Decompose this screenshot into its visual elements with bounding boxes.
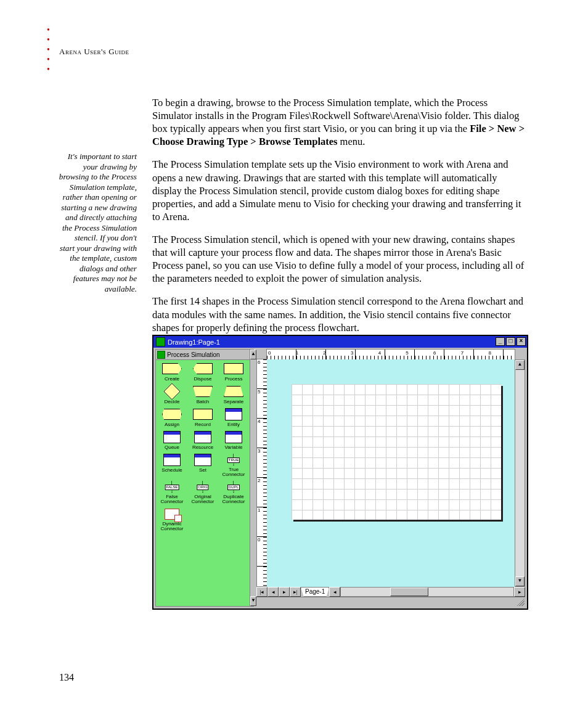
shape-icon xyxy=(193,431,213,443)
ruler-tick-label: 0 xyxy=(267,350,295,356)
shape-icon xyxy=(162,431,182,443)
prev-page-button[interactable]: ◂ xyxy=(267,587,279,597)
ruler-tick-label: 8 xyxy=(487,350,515,356)
scroll-thumb[interactable] xyxy=(390,588,428,596)
drawing-area: 012345678 6543210 ▲ ▼ |◂ ◂ ▸ ▸| Page-1 ◂ xyxy=(256,349,525,607)
stencil-scrollbar[interactable]: ▲ ▼ xyxy=(250,350,256,606)
stencil-shape[interactable]: Process xyxy=(218,363,249,382)
p1-text-c: menu. xyxy=(337,136,365,147)
stencil-shape[interactable]: Assign xyxy=(157,408,187,427)
stencil-shape[interactable]: Create xyxy=(157,363,187,382)
paragraph-4: The first 14 shapes in the Process Simul… xyxy=(152,295,528,334)
stencil-shape[interactable]: Batch xyxy=(187,385,218,404)
stencil-shape[interactable]: │DUPL↓DuplicateConnector xyxy=(218,481,249,504)
scroll-up-button[interactable]: ▲ xyxy=(515,360,525,370)
shape-label: Queue xyxy=(157,445,187,450)
shape-icon xyxy=(162,385,182,398)
horizontal-scrollbar[interactable] xyxy=(340,587,514,597)
scroll-left-button[interactable]: ◂ xyxy=(329,587,340,597)
shape-label: DuplicateConnector xyxy=(218,494,249,504)
shape-icon xyxy=(224,363,243,375)
window-client-area: Process Simulation CreateDisposeProcessD… xyxy=(155,349,525,607)
ruler-tick-label: 6 xyxy=(432,350,460,356)
ruler-tick-label: 1 xyxy=(295,350,322,356)
next-page-button[interactable]: ▸ xyxy=(279,587,290,597)
scroll-right-button[interactable]: ▸ xyxy=(514,587,525,597)
shape-label: Schedule xyxy=(157,467,187,473)
shape-label: OriginalConnector xyxy=(187,494,218,504)
stencil-titlebar[interactable]: Process Simulation xyxy=(156,350,250,360)
shape-label: Assign xyxy=(157,422,187,427)
minimize-button[interactable]: _ xyxy=(496,337,505,346)
page-number: 134 xyxy=(59,672,74,683)
shape-label: DynamicConnector xyxy=(157,522,187,531)
paragraph-2: The Process Simulation template sets up … xyxy=(152,158,528,223)
scroll-up-button[interactable]: ▲ xyxy=(250,350,256,359)
shape-label: Create xyxy=(157,376,187,382)
ruler-tick-label: 1 xyxy=(258,507,260,537)
body-text: To begin a drawing, browse to the Proces… xyxy=(152,96,528,344)
shape-icon xyxy=(193,454,213,466)
vertical-scrollbar[interactable]: ▲ ▼ xyxy=(515,359,525,587)
shape-icon xyxy=(193,385,213,398)
ruler-tick-label: 4 xyxy=(377,350,405,356)
shape-label: Entity xyxy=(218,422,249,427)
margin-note: It's important to start your drawing by … xyxy=(58,152,137,294)
page-navigation-row: |◂ ◂ ▸ ▸| Page-1 ◂ ▸ xyxy=(256,587,525,597)
last-page-button[interactable]: ▸| xyxy=(290,587,301,597)
stencil-shape[interactable]: │TRUE↓TrueConnector xyxy=(218,454,249,477)
stencil-shape[interactable]: Schedule xyxy=(157,454,187,477)
shape-icon: │DUPL↓ xyxy=(224,481,243,493)
stencil-shape[interactable]: Entity xyxy=(218,408,249,427)
window-title: Drawing1:Page-1 xyxy=(168,338,220,346)
shape-icon: │TRUE↓ xyxy=(224,454,243,466)
stencil-shape[interactable]: Dispose xyxy=(187,363,218,382)
shape-label: Resource xyxy=(187,445,218,450)
ruler-tick-label: 0 xyxy=(258,537,260,567)
shape-icon xyxy=(162,408,182,420)
stencil-body: CreateDisposeProcessDecideBatchSeparateA… xyxy=(156,360,250,606)
page-tab[interactable]: Page-1 xyxy=(301,587,329,597)
visio-window: Drawing1:Page-1 _ □ × Process Simulation… xyxy=(152,335,528,610)
page-tab-label: Page-1 xyxy=(305,588,325,596)
window-titlebar[interactable]: Drawing1:Page-1 _ □ × xyxy=(153,336,527,348)
shape-icon xyxy=(193,408,213,420)
shape-icon: │ORIG↓ xyxy=(193,481,213,493)
stencil-shape[interactable]: Record xyxy=(187,408,218,427)
resize-grip-icon[interactable] xyxy=(517,598,525,606)
shape-label: Separate xyxy=(218,399,249,404)
vertical-ruler[interactable]: 6543210 xyxy=(256,359,267,587)
canvas-viewport[interactable] xyxy=(267,359,515,587)
scroll-down-button[interactable]: ▼ xyxy=(250,596,256,606)
stencil-shape[interactable]: Set xyxy=(187,454,218,477)
stencil-shape[interactable]: │ORIG↓OriginalConnector xyxy=(187,481,218,504)
drawing-page[interactable] xyxy=(292,384,501,520)
stencil-shape[interactable]: DynamicConnector xyxy=(157,508,187,531)
shape-label: Dispose xyxy=(187,376,218,382)
stencil-shape[interactable]: Separate xyxy=(218,385,249,404)
shape-icon xyxy=(162,363,182,375)
stencil-shape[interactable]: Variable xyxy=(218,431,249,450)
horizontal-ruler[interactable]: 012345678 xyxy=(266,349,515,360)
stencil-shape[interactable]: Queue xyxy=(157,431,187,450)
ruler-tick-label: 7 xyxy=(460,350,488,356)
maximize-button[interactable]: □ xyxy=(506,337,515,346)
first-page-button[interactable]: |◂ xyxy=(256,587,267,597)
margin-bullets: ••••• xyxy=(47,26,50,75)
ruler-tick-label: 2 xyxy=(322,350,349,356)
stencil-shape[interactable]: Decide xyxy=(157,385,187,404)
shape-icon xyxy=(162,508,182,520)
stencil-shape[interactable]: │FALSE↓FalseConnector xyxy=(157,481,187,504)
scroll-down-button[interactable]: ▼ xyxy=(515,576,525,586)
shape-label: Batch xyxy=(187,399,218,404)
app-icon xyxy=(156,337,165,346)
ruler-tick-label: 3 xyxy=(349,350,377,356)
stencil-shape[interactable]: Resource xyxy=(187,431,218,450)
paragraph-1: To begin a drawing, browse to the Proces… xyxy=(152,96,528,148)
shape-label: FalseConnector xyxy=(157,494,187,504)
shape-icon xyxy=(224,408,243,420)
shape-icon: │FALSE↓ xyxy=(162,481,182,493)
close-button[interactable]: × xyxy=(517,337,526,346)
shape-icon xyxy=(162,454,182,466)
shape-label: Variable xyxy=(218,445,249,450)
